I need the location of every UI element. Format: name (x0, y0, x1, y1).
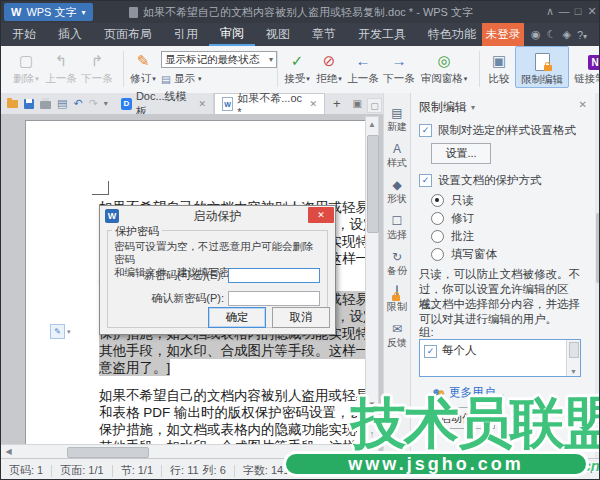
review-pane-button[interactable]: ◎ 审阅窗格▾ (417, 46, 471, 86)
open-folder-icon[interactable] (7, 100, 18, 108)
help-icon[interactable]: ?▾ (577, 29, 587, 41)
panel-scroll-thumb[interactable] (596, 213, 600, 283)
format-restriction-checkbox[interactable]: ✓ 限制对选定的样式设置格式 (419, 123, 587, 138)
maximize-icon[interactable]: □ (571, 5, 585, 17)
delete-comment-button[interactable]: ▢ 删除▾ (9, 46, 43, 86)
sidebar-item-feedback[interactable]: ✉ 反馈 (387, 323, 407, 350)
panel-scrollbar[interactable] (595, 93, 600, 458)
web-view-icon[interactable]: ☰ (431, 465, 440, 476)
previous-item-button[interactable]: ← 上一条 (345, 46, 381, 86)
new-document-icon: ▤ (391, 107, 402, 119)
reject-button[interactable]: ⊘ 拒绝▾ (313, 46, 345, 86)
next-comment-button[interactable]: ↱ 下一条 (79, 46, 115, 86)
radio-fill-forms[interactable]: 填写窗体 (431, 247, 497, 262)
settings-button[interactable]: 设置... (431, 143, 491, 164)
scroll-down-icon[interactable]: ▼ (366, 398, 378, 411)
chevron-down-icon[interactable]: ▾ (104, 100, 108, 108)
radio-track-changes[interactable]: 修订 (431, 211, 474, 226)
sidebar-item-restrict[interactable]: 限制 (387, 287, 407, 314)
vertical-scrollbar[interactable]: ▲ ▼ • ↑ ↓ (365, 116, 379, 458)
select-browse-object-icon[interactable]: • (366, 412, 378, 425)
radio-read-only[interactable]: 只读 (431, 193, 474, 208)
horizontal-scrollbar[interactable]: ◀ ▶ (1, 444, 365, 458)
print-preview-icon[interactable]: ▤ (57, 98, 67, 109)
tab-special-features[interactable]: 特色功能 (417, 23, 487, 46)
login-button[interactable]: 未登录 (482, 23, 524, 46)
wps-menu-button[interactable]: W WPS 文字 ▾ (4, 3, 93, 21)
zoom-in-icon[interactable]: + (587, 462, 595, 477)
dialog-close-button[interactable]: ✕ (308, 207, 334, 223)
panel-title[interactable]: 限制编辑 ▾ (419, 99, 475, 116)
previous-page-icon[interactable]: ↑ (366, 427, 378, 440)
next-item-button[interactable]: → 下一条 (381, 46, 417, 86)
tab-view[interactable]: 视图 (255, 23, 301, 46)
next-page-icon[interactable]: ↓ (366, 442, 378, 455)
linked-notes-button[interactable]: N 链接笔记 (569, 46, 600, 86)
sidebar-item-shapes[interactable]: ◆ 形状 (387, 179, 407, 206)
print-icon[interactable] (40, 101, 51, 109)
ruler-toggle-icon[interactable]: ▢ (367, 98, 382, 113)
doc-tab-current[interactable]: W 如果不希...oc * ✕ (214, 93, 325, 114)
redo-icon[interactable]: ↷ (89, 98, 98, 109)
close-icon[interactable]: ✕ (585, 5, 599, 18)
scroll-left-icon[interactable]: ◀ (2, 445, 15, 458)
tab-list-icon[interactable]: ▣ (349, 93, 366, 114)
tab-home[interactable]: 开始 (1, 23, 47, 46)
user-group-listbox[interactable]: ✓ 每个人 ▼ (419, 339, 581, 377)
close-panel-icon[interactable]: ✕ (579, 99, 587, 110)
edit-permission-margin-icon[interactable]: ✎ ▾ (50, 324, 71, 339)
ok-button[interactable]: 确定 (208, 307, 266, 328)
scroll-down-icon[interactable]: ▼ (567, 368, 580, 375)
close-tab-icon[interactable]: ✕ (309, 99, 317, 109)
checkbox-checked-icon: ✓ (419, 174, 432, 187)
tab-developer[interactable]: 开发工具 (347, 23, 417, 46)
dialog-titlebar[interactable]: W 启动保护 (100, 206, 335, 226)
sidebar-item-backup[interactable]: ↻ 备份 (387, 251, 407, 278)
new-tab-button[interactable]: + (325, 93, 349, 114)
undo-icon[interactable]: ↶ (73, 98, 82, 109)
restrict-editing-button[interactable]: 限制编辑 (515, 46, 569, 88)
vertical-scroll-thumb[interactable] (367, 135, 379, 233)
save-icon[interactable] (24, 99, 34, 109)
show-markup-button[interactable]: ▤ 显示 ▾ (161, 72, 201, 86)
collapse-ribbon-icon[interactable]: ∧ (543, 5, 557, 18)
protection-mode-checkbox[interactable]: ✓ 设置文档的保护方式 (419, 173, 587, 188)
previous-comment-button[interactable]: ↰ 上一条 (43, 46, 79, 86)
page-view-icon[interactable]: ▤ (414, 465, 423, 476)
radio-comments[interactable]: 批注 (431, 229, 474, 244)
tab-references[interactable]: 引用 (163, 23, 209, 46)
play-circle-icon[interactable]: ◉ (531, 28, 541, 41)
minimize-icon[interactable]: — (557, 5, 571, 17)
track-changes-button[interactable]: ✎ 修订▾ (127, 46, 159, 86)
listbox-scroll-thumb[interactable] (569, 342, 579, 358)
accept-button[interactable]: ✓ 接受▾ (281, 46, 313, 86)
full-screen-view-icon[interactable]: ▢ (398, 465, 407, 476)
doc-tab-docer-template[interactable]: D Doc...线模板 ✕ (114, 93, 214, 114)
sidebar-item-select[interactable]: ☐ 选择 (387, 215, 407, 242)
tab-section[interactable]: 章节 (301, 23, 347, 46)
feedback-icon: ✉ (392, 323, 402, 335)
updates-icon[interactable]: ☾ (547, 28, 557, 41)
sidebar-item-new[interactable]: ▤ 新建 (387, 107, 407, 134)
cancel-button[interactable]: 取消 (272, 307, 330, 328)
spell-check-status[interactable]: 拼写检查 (320, 463, 392, 478)
confirm-password-field[interactable] (228, 291, 320, 306)
skin-icon[interactable]: ◈ (562, 28, 570, 41)
status-word-count[interactable]: 字数: 141/423 (235, 463, 319, 478)
listbox-scrollbar[interactable]: ▼ (566, 340, 580, 376)
new-password-field[interactable] (228, 268, 320, 283)
tab-insert[interactable]: 插入 (47, 23, 93, 46)
markup-state-dropdown[interactable]: 显示标记的最终状态 ▾ (161, 51, 277, 68)
more-users-link[interactable]: ☻☻ 更多用户... (431, 385, 505, 400)
tab-page-layout[interactable]: 页面布局 (93, 23, 163, 46)
sidebar-item-styles[interactable]: A 样式 (387, 143, 407, 170)
close-tab-icon[interactable]: ✕ (199, 99, 207, 109)
status-column: 列: 6 (201, 463, 234, 478)
scroll-up-icon[interactable]: ▲ (366, 118, 378, 131)
horizontal-scroll-thumb[interactable] (67, 447, 149, 458)
tab-review[interactable]: 审阅 (209, 23, 255, 46)
group-item-everyone[interactable]: ✓ 每个人 (424, 343, 477, 358)
scroll-right-icon[interactable]: ▶ (351, 445, 364, 458)
compare-button[interactable]: ▣ 比较 (483, 46, 515, 86)
start-protection-button[interactable]: 启动保护 (429, 407, 495, 429)
